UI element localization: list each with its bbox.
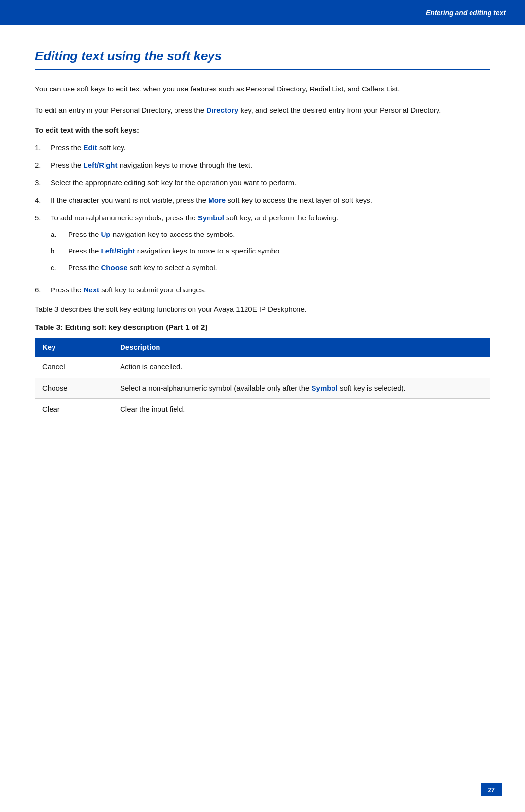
leftright-link-2[interactable]: Left/Right	[101, 247, 135, 255]
next-link[interactable]: Next	[84, 286, 100, 294]
intro-para-2: To edit an entry in your Personal Direct…	[35, 105, 490, 116]
directory-link[interactable]: Directory	[206, 106, 238, 114]
step-1-num: 1.	[35, 142, 51, 154]
table-header-description: Description	[113, 338, 490, 357]
sub-step-b: b. Press the Left/Right navigation keys …	[51, 245, 490, 257]
symbol-link-2[interactable]: Symbol	[312, 384, 338, 392]
step-5-content: To add non-alphanumeric symbols, press t…	[51, 212, 490, 278]
subheading: To edit text with the soft keys:	[35, 126, 490, 134]
intro2-prefix: To edit an entry in your Personal Direct…	[35, 106, 206, 114]
more-link[interactable]: More	[208, 196, 226, 204]
page-heading: Editing text using the soft keys	[35, 49, 490, 70]
step-6-content: Press the Next soft key to submit your c…	[51, 284, 490, 296]
table-cell-key-clear: Clear	[35, 399, 113, 420]
table-row: Cancel Action is cancelled.	[35, 357, 490, 378]
step-4: 4. If the character you want is not visi…	[35, 195, 490, 206]
intro2-suffix: key, and select the desired entry from y…	[238, 106, 441, 114]
sub-step-c-content: Press the Choose soft key to select a sy…	[68, 262, 490, 273]
table-header-key: Key	[35, 338, 113, 357]
step-4-content: If the character you want is not visible…	[51, 195, 490, 206]
editing-soft-key-table: Key Description Cancel Action is cancell…	[35, 338, 490, 420]
main-content: Editing text using the soft keys You can…	[0, 25, 525, 479]
step-6: 6. Press the Next soft key to submit you…	[35, 284, 490, 296]
step-1-content: Press the Edit soft key.	[51, 142, 490, 154]
table-cell-desc-cancel: Action is cancelled.	[113, 357, 490, 378]
choose-link-1[interactable]: Choose	[101, 263, 128, 271]
step-2-content: Press the Left/Right navigation keys to …	[51, 160, 490, 171]
step-4-num: 4.	[35, 195, 51, 206]
sub-step-c-letter: c.	[51, 262, 68, 273]
table-row: Clear Clear the input field.	[35, 399, 490, 420]
step-3-num: 3.	[35, 177, 51, 189]
table-cell-desc-choose: Select a non-alphanumeric symbol (availa…	[113, 378, 490, 399]
step-1: 1. Press the Edit soft key.	[35, 142, 490, 154]
table-caption: Table 3: Editing soft key description (P…	[35, 323, 490, 332]
step-5-num: 5.	[35, 212, 51, 224]
table-intro: Table 3 describes the soft key editing f…	[35, 304, 490, 315]
section-title-header: Entering and editing text	[426, 9, 506, 17]
step-2: 2. Press the Left/Right navigation keys …	[35, 160, 490, 171]
table-cell-key-cancel: Cancel	[35, 357, 113, 378]
intro-para-1: You can use soft keys to edit text when …	[35, 83, 490, 95]
table-row: Choose Select a non-alphanumeric symbol …	[35, 378, 490, 399]
edit-link[interactable]: Edit	[84, 144, 97, 152]
step-5: 5. To add non-alphanumeric symbols, pres…	[35, 212, 490, 278]
up-link[interactable]: Up	[101, 230, 111, 238]
header-bar: Entering and editing text	[0, 0, 525, 25]
symbol-link-1[interactable]: Symbol	[198, 214, 224, 222]
sub-step-b-letter: b.	[51, 245, 68, 257]
table-cell-desc-clear: Clear the input field.	[113, 399, 490, 420]
sub-step-b-content: Press the Left/Right navigation keys to …	[68, 245, 490, 257]
step-3-content: Select the appropriate editing soft key …	[51, 177, 490, 189]
page-number: 27	[481, 783, 502, 796]
step-3: 3. Select the appropriate editing soft k…	[35, 177, 490, 189]
table-cell-key-choose: Choose	[35, 378, 113, 399]
sub-step-c: c. Press the Choose soft key to select a…	[51, 262, 490, 273]
sub-step-a: a. Press the Up navigation key to access…	[51, 229, 490, 240]
sub-step-a-content: Press the Up navigation key to access th…	[68, 229, 490, 240]
sub-step-a-letter: a.	[51, 229, 68, 240]
step-6-num: 6.	[35, 284, 51, 296]
steps-list: 1. Press the Edit soft key. 2. Press the…	[35, 142, 490, 296]
leftright-link-1[interactable]: Left/Right	[84, 161, 118, 169]
table-header-row: Key Description	[35, 338, 490, 357]
step-2-num: 2.	[35, 160, 51, 171]
sub-steps-list: a. Press the Up navigation key to access…	[51, 229, 490, 273]
